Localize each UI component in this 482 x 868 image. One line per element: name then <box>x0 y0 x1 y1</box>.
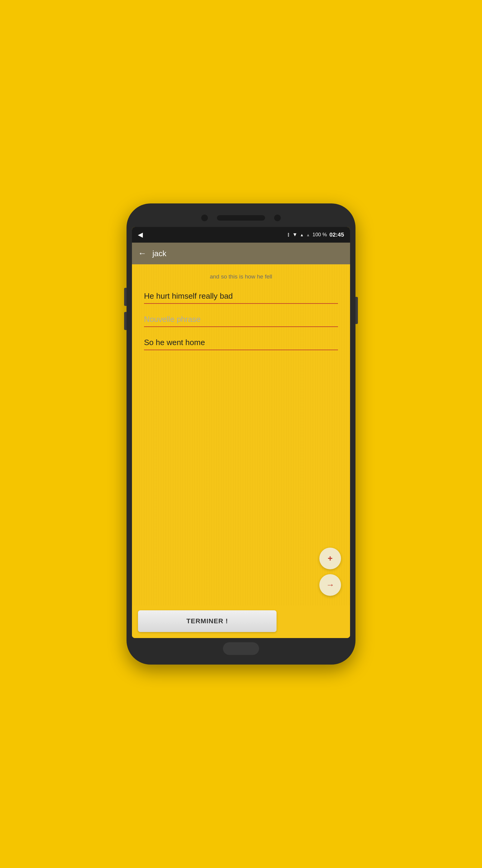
wifi-icon: ▼ <box>292 232 298 238</box>
subtitle: and so this is how he fell <box>144 273 338 280</box>
battery-text: 100 % <box>312 232 327 238</box>
app-title: jack <box>153 249 166 258</box>
signal-icon2: ▲ <box>306 233 310 237</box>
speaker <box>217 215 265 221</box>
front-camera <box>201 215 208 221</box>
add-fab-button[interactable]: + <box>319 548 341 569</box>
content-area: and so this is how he fell + → TERMINER … <box>132 264 350 638</box>
status-right: ⫿ ▼ ▲ ▲ 100 % 02:45 <box>287 231 344 238</box>
bottom-area: TERMINER ! <box>132 606 350 638</box>
volume-down-button[interactable] <box>124 312 127 330</box>
phone-top-bar <box>132 209 350 227</box>
time-display: 02:45 <box>329 231 344 238</box>
home-button[interactable] <box>223 642 259 655</box>
sensor <box>274 215 281 221</box>
next-fab-button[interactable]: → <box>319 574 341 596</box>
phrase-input-2[interactable] <box>144 312 338 327</box>
phone-frame: ◀ ⫿ ▼ ▲ ▲ 100 % 02:45 ← jack and so <box>127 204 355 664</box>
notification-icon: ◀ <box>138 231 142 239</box>
phrase-input-3[interactable] <box>144 336 338 350</box>
phone-bottom <box>132 638 350 659</box>
phone-screen: ◀ ⫿ ▼ ▲ ▲ 100 % 02:45 ← jack and so <box>132 227 350 638</box>
vibrate-icon: ⫿ <box>287 232 290 238</box>
terminer-button[interactable]: TERMINER ! <box>138 610 277 632</box>
status-bar: ◀ ⫿ ▼ ▲ ▲ 100 % 02:45 <box>132 227 350 243</box>
status-left: ◀ <box>138 231 142 239</box>
app-bar: ← jack <box>132 243 350 264</box>
fab-container: + → <box>319 548 341 596</box>
power-button[interactable] <box>355 297 358 324</box>
volume-up-button[interactable] <box>124 288 127 306</box>
back-button[interactable]: ← <box>138 249 147 258</box>
phrase-input-1[interactable] <box>144 289 338 304</box>
signal-icon: ▲ <box>300 233 304 237</box>
